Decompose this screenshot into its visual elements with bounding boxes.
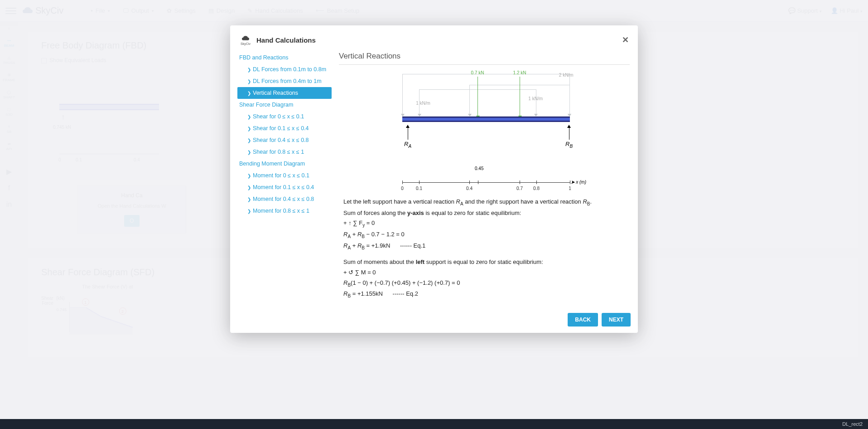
reaction-a: RA: [404, 125, 411, 149]
close-icon[interactable]: ✕: [622, 35, 629, 45]
chevron-right-icon: ❯: [247, 173, 251, 178]
calculation-text: Let the left support have a vertical rea…: [339, 197, 630, 307]
hand-calculations-modal: SkyCiv Hand Calculations ✕ FBD and React…: [230, 25, 638, 333]
chevron-right-icon: ❯: [247, 138, 251, 143]
toc-section-sfd[interactable]: Shear Force Diagram: [237, 99, 332, 111]
chevron-right-icon: ❯: [247, 91, 251, 96]
chevron-right-icon: ❯: [247, 197, 251, 202]
dimension-label: 0.45: [475, 166, 483, 171]
next-button[interactable]: NEXT: [602, 313, 631, 327]
reaction-b: RB: [565, 125, 573, 149]
point-load-label: 1.2 kN: [513, 70, 526, 75]
chevron-right-icon: ❯: [247, 114, 251, 119]
toc-shear-1[interactable]: ❯Shear for 0 ≤ x ≤ 0.1: [237, 111, 332, 122]
toc-shear-4[interactable]: ❯Shear for 0.8 ≤ x ≤ 1: [237, 146, 332, 158]
modal-header: SkyCiv Hand Calculations ✕: [230, 34, 638, 49]
beam: [402, 117, 570, 122]
toc: FBD and Reactions ❯DL Forces from 0.1m t…: [237, 49, 332, 307]
status-text: DL_rect2: [842, 421, 863, 427]
chevron-right-icon: ❯: [247, 150, 251, 155]
document-pane[interactable]: Vertical Reactions 1 kN/m 1 kN/m 2 kN/m …: [339, 49, 632, 307]
beam-diagram: 1 kN/m 1 kN/m 2 kN/m 0.7 kN 1.2 kN: [357, 71, 625, 189]
toc-shear-2[interactable]: ❯Shear for 0.1 ≤ x ≤ 0.4: [237, 122, 332, 134]
toc-dl-forces-1[interactable]: ❯DL Forces from 0.1m to 0.8m: [237, 63, 332, 75]
doc-title: Vertical Reactions: [339, 49, 630, 65]
back-button[interactable]: BACK: [568, 313, 598, 327]
toc-moment-1[interactable]: ❯Moment for 0 ≤ x ≤ 0.1: [237, 170, 332, 181]
chevron-right-icon: ❯: [247, 209, 251, 214]
toc-section-fbd[interactable]: FBD and Reactions: [237, 52, 332, 63]
toc-vertical-reactions[interactable]: ❯Vertical Reactions: [237, 87, 332, 99]
toc-moment-3[interactable]: ❯Moment for 0.4 ≤ x ≤ 0.8: [237, 193, 332, 205]
chevron-right-icon: ❯: [247, 79, 251, 84]
chevron-right-icon: ❯: [247, 67, 251, 72]
modal-logo: SkyCiv: [239, 34, 252, 46]
point-load-label: 0.7 kN: [471, 70, 484, 75]
logo-icon: [241, 35, 251, 42]
toc-moment-2[interactable]: ❯Moment for 0.1 ≤ x ≤ 0.4: [237, 181, 332, 193]
load-label: 2 kN/m: [559, 73, 574, 78]
x-axis: 0 0.1 0.4 0.7 0.8 1 ➤ x (m): [402, 182, 570, 183]
toc-section-bmd[interactable]: Bending Moment Diagram: [237, 158, 332, 170]
modal-footer: BACK NEXT: [230, 307, 638, 327]
chevron-right-icon: ❯: [247, 185, 251, 190]
toc-dl-forces-2[interactable]: ❯DL Forces from 0.4m to 1m: [237, 75, 332, 87]
toc-shear-3[interactable]: ❯Shear for 0.4 ≤ x ≤ 0.8: [237, 134, 332, 146]
modal-title: Hand Calculations: [256, 36, 316, 44]
statusbar: DL_rect2: [0, 419, 868, 429]
chevron-right-icon: ❯: [247, 126, 251, 131]
toc-moment-4[interactable]: ❯Moment for 0.8 ≤ x ≤ 1: [237, 205, 332, 217]
